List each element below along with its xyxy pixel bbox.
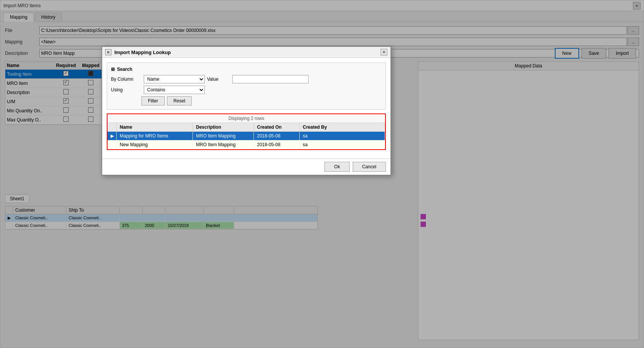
modal-body: ⊞ Search By Column Name Description Crea… — [102, 58, 390, 158]
modal-footer: Ok Cancel — [102, 158, 390, 175]
modal-titlebar: ⊞ Import Mapping Lookup × — [102, 47, 390, 58]
col-name-header: Name — [117, 123, 193, 131]
by-column-label: By Column — [111, 77, 141, 82]
cancel-button[interactable]: Cancel — [353, 162, 386, 172]
search-section: ⊞ Search By Column Name Description Crea… — [107, 62, 386, 110]
results-info: Displaying 2 rows — [108, 114, 385, 123]
row-name: Mapping for MRO Items — [117, 132, 193, 140]
using-label: Using — [111, 87, 141, 93]
modal-dialog: ⊞ Import Mapping Lookup × ⊞ Search By Co… — [101, 46, 391, 176]
modal-title: Import Mapping Lookup — [114, 49, 171, 55]
by-column-select[interactable]: Name Description Created On Created By — [144, 75, 205, 83]
row-created-on: 2018-05-08 — [254, 140, 300, 149]
results-area: Displaying 2 rows Name Description Creat… — [107, 113, 386, 150]
row-description: MRO Item Mapping — [193, 132, 254, 140]
col-createdon-header: Created On — [254, 123, 300, 131]
row-created-on: 2018-05-08 — [254, 132, 300, 140]
results-header: Name Description Created On Created By — [108, 123, 385, 132]
search-using-row: Using Contains Equals Starts With — [111, 86, 382, 94]
results-row[interactable]: New Mapping MRO Item Mapping 2018-05-08 … — [108, 140, 385, 149]
results-row[interactable]: ▶ Mapping for MRO Items MRO Item Mapping… — [108, 132, 385, 140]
filter-button[interactable]: Filter — [141, 96, 165, 105]
modal-close-button[interactable]: × — [381, 49, 387, 56]
using-select[interactable]: Contains Equals Starts With — [144, 86, 205, 94]
col-createdby-header: Created By — [300, 123, 385, 131]
search-icon: ⊞ — [111, 67, 115, 72]
modal-icon: ⊞ — [105, 49, 111, 55]
search-buttons: Filter Reset — [111, 96, 382, 105]
ok-button[interactable]: Ok — [324, 162, 349, 172]
value-label: Value — [207, 77, 230, 82]
reset-button[interactable]: Reset — [167, 96, 192, 105]
col-desc-header: Description — [193, 123, 254, 131]
row-arrow — [108, 140, 117, 149]
value-input[interactable] — [232, 75, 308, 83]
row-name: New Mapping — [117, 140, 193, 149]
row-created-by: sa — [300, 140, 385, 149]
col-arrow-header — [108, 123, 117, 131]
row-created-by: sa — [300, 132, 385, 140]
search-title: ⊞ Search — [111, 67, 382, 72]
row-arrow: ▶ — [108, 132, 117, 140]
search-grid: By Column Name Description Created On Cr… — [111, 75, 382, 83]
row-description: MRO Item Mapping — [193, 140, 254, 149]
main-window: Import MRO Items × Mapping History File … — [0, 0, 644, 348]
